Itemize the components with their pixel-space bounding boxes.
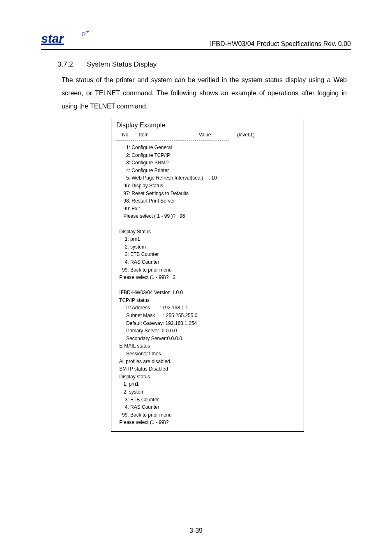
page-header: star IFBD-HW03/04 Product Specifications… — [41, 29, 351, 50]
logo: star — [41, 29, 90, 48]
section-number: 3.7.2. — [58, 60, 75, 69]
col-level: (level.1) — [237, 132, 255, 138]
doc-title: IFBD-HW03/04 Product Specifications Rev.… — [210, 40, 351, 48]
example-column-headers: No. Item Value (level.1) — [122, 132, 299, 138]
terminal-output: 1: Configure General 2: Configure TCP/IP… — [118, 144, 299, 426]
section-title: System Status Display — [87, 60, 157, 68]
dashed-divider — [116, 140, 229, 140]
col-value: Value — [199, 132, 236, 138]
example-title: Display Example — [111, 122, 304, 130]
col-no: No. — [122, 132, 138, 138]
star-logo-icon: star — [41, 29, 90, 46]
svg-text:star: star — [41, 32, 65, 45]
col-item: Item — [139, 132, 197, 138]
display-example-box: Display Example No. Item Value (level.1)… — [111, 119, 304, 432]
body-paragraph: The status of the printer and system can… — [62, 74, 347, 113]
page-footer: 3-39 — [0, 527, 392, 534]
section-heading: 3.7.2. System Status Display — [58, 60, 351, 69]
